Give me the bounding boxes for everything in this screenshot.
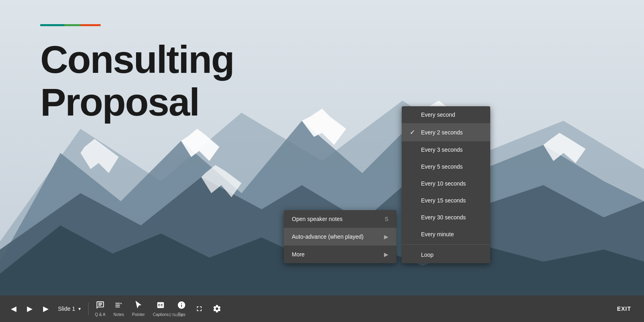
next-slide-button[interactable]: ▶ [39, 301, 53, 316]
submenu-item-every-15-seconds[interactable]: Every 15 seconds [402, 192, 490, 209]
notes-count: 0 Notes [169, 313, 183, 317]
auto-advance-submenu: Every second ✓ Every 2 seconds Every 3 s… [402, 106, 490, 263]
context-menu: Open speaker notes S Auto-advance (when … [284, 210, 396, 263]
submenu-item-every-second[interactable]: Every second [402, 106, 490, 123]
slide-number: Slide 1 [58, 305, 75, 312]
slide-indicator[interactable]: Slide 1 ▼ [55, 305, 85, 312]
prev-slide-button[interactable]: ◀ [6, 301, 21, 316]
pointer-button[interactable]: Pointer [129, 299, 148, 318]
notes-button[interactable]: Notes [110, 299, 127, 318]
play-button[interactable]: ▶ [23, 301, 37, 316]
brand-line [40, 24, 234, 26]
submenu-divider [402, 244, 490, 245]
pointer-icon [134, 301, 143, 312]
menu-item-more[interactable]: More ▶ [284, 246, 396, 263]
brand-orange-bar [80, 24, 101, 26]
slide-content: Consulting Proposal [40, 24, 234, 123]
menu-item-auto-advance[interactable]: Auto-advance (when played) ▶ [284, 228, 396, 246]
menu-item-speaker-notes[interactable]: Open speaker notes S [284, 210, 396, 228]
submenu-item-every-10-seconds[interactable]: Every 10 seconds [402, 175, 490, 192]
toolbar-divider-1 [88, 302, 89, 315]
qa-label: Q & A [95, 312, 105, 317]
qa-icon [96, 301, 105, 312]
pointer-label: Pointer [132, 312, 145, 317]
notes-label: Notes [114, 312, 124, 317]
submenu-item-loop[interactable]: Loop [402, 246, 490, 263]
exit-button[interactable]: EXIT [611, 302, 638, 315]
submenu-item-every-3-seconds[interactable]: Every 3 seconds [402, 141, 490, 158]
qa-button[interactable]: Q & A [92, 299, 109, 318]
submenu-item-every-minute[interactable]: Every minute [402, 226, 490, 243]
slide-title: Consulting Proposal [40, 38, 234, 123]
fullscreen-button[interactable] [191, 301, 207, 317]
captions-icon [156, 301, 165, 312]
captions-button[interactable]: Captions [150, 299, 172, 318]
settings-button[interactable] [209, 301, 225, 317]
submenu-item-every-30-seconds[interactable]: Every 30 seconds [402, 209, 490, 226]
submenu-item-every-5-seconds[interactable]: Every 5 seconds [402, 158, 490, 175]
brand-green-bar [64, 24, 80, 26]
toolbar: ◀ ▶ ▶ Slide 1 ▼ Q & A Notes 0 Notes Poin… [0, 295, 644, 322]
slide-area: Consulting Proposal Open speaker notes S… [0, 0, 644, 295]
captions-label: Captions [153, 312, 169, 317]
submenu-item-every-2-seconds[interactable]: ✓ Every 2 seconds [402, 123, 490, 141]
tips-icon [177, 301, 186, 312]
dropdown-chevron-icon: ▼ [78, 307, 82, 311]
brand-teal-bar [40, 24, 64, 26]
notes-icon [114, 301, 123, 312]
